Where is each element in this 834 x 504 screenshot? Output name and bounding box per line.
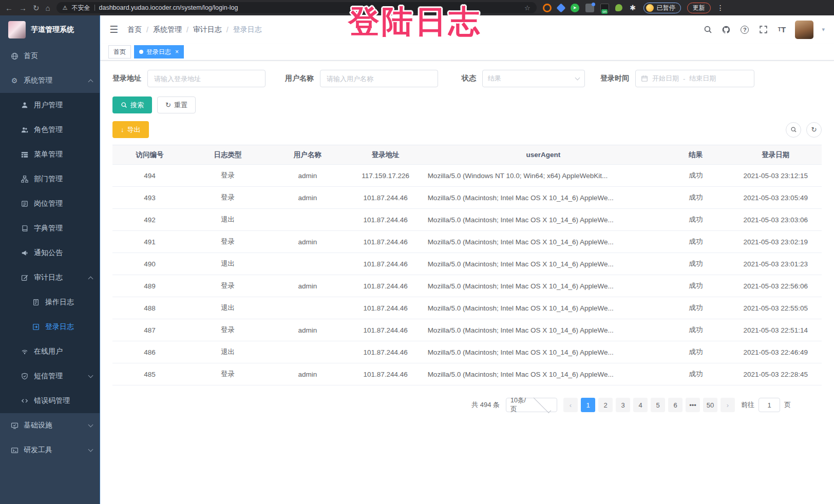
bookmark-star-icon[interactable]: ☆ — [524, 4, 530, 12]
sidebar-item-roles[interactable]: 角色管理 — [0, 118, 100, 142]
sidebar-item-dict[interactable]: 字典管理 — [0, 216, 100, 241]
sidebar-item-label: 研发工具 — [24, 445, 52, 455]
terminal-icon — [10, 447, 18, 454]
active-dot-icon — [139, 50, 143, 54]
refresh-table-button[interactable]: ↻ — [806, 122, 822, 138]
table-header-row: 访问编号 日志类型 用户名称 登录地址 userAgent 结果 登录日期 — [112, 145, 822, 165]
extension-sprout-icon[interactable] — [615, 4, 622, 11]
user-avatar[interactable] — [795, 21, 813, 39]
breadcrumb-separator: / — [146, 26, 148, 34]
column-header: 用户名称 — [269, 145, 347, 165]
extension-grid-icon[interactable] — [585, 4, 594, 12]
username-input[interactable] — [320, 70, 438, 87]
search-button[interactable]: 搜索 — [112, 96, 152, 113]
sidebar-item-home[interactable]: 首页 — [0, 44, 100, 68]
security-label[interactable]: 不安全 — [72, 4, 90, 12]
login-address-group: 登录地址 — [112, 70, 266, 87]
cell-result: 成功 — [662, 341, 729, 363]
extension-puzzle-icon[interactable]: ✱ — [629, 4, 637, 12]
extension-orange-ring-icon[interactable] — [543, 4, 552, 12]
login-address-input[interactable] — [147, 70, 266, 87]
form-buttons: 搜索 ↻ 重置 — [112, 96, 822, 113]
page-button[interactable]: 1 — [581, 398, 595, 412]
code-icon — [21, 397, 29, 404]
sidebar-item-audit-log[interactable]: 审计日志 — [0, 265, 100, 290]
sidebar-item-notices[interactable]: 通知公告 — [0, 241, 100, 265]
breadcrumb-item[interactable]: 审计日志 — [193, 25, 222, 34]
close-icon[interactable]: × — [175, 48, 179, 55]
sidebar-item-label: 字典管理 — [34, 224, 63, 233]
extension-green-circle-icon[interactable]: ➤ — [571, 4, 579, 12]
next-page-button[interactable]: › — [721, 398, 735, 412]
page-content: 登录地址 用户名称 状态 结果 登录时间 — [100, 61, 834, 504]
breadcrumb-item[interactable]: 首页 — [127, 25, 142, 34]
sidebar-item-infrastructure[interactable]: 基础设施 — [0, 413, 100, 438]
tag-label: 首页 — [113, 48, 126, 56]
sidebar-item-sms[interactable]: 短信管理 — [0, 364, 100, 389]
sidebar-item-users[interactable]: 用户管理 — [0, 93, 100, 118]
page-button[interactable]: 2 — [598, 398, 613, 412]
browser-back-icon[interactable]: ← — [5, 4, 13, 12]
sidebar-item-online-users[interactable]: 在线用户 — [0, 339, 100, 364]
font-size-icon[interactable]: TT — [776, 25, 787, 35]
prev-page-button[interactable]: ‹ — [563, 398, 578, 412]
status-select[interactable]: 结果 — [482, 70, 585, 87]
browser-menu-icon[interactable]: ⋮ — [717, 4, 724, 12]
page-button[interactable]: 3 — [616, 398, 630, 412]
extension-on-badge: on — [601, 9, 608, 14]
cell-user-agent: Mozilla/5.0 (Macintosh; Intel Mac OS X 1… — [425, 341, 662, 363]
avatar-caret-icon[interactable]: ▾ — [822, 26, 825, 33]
navbar-actions: ? TT ▾ — [703, 21, 825, 39]
page-button[interactable]: 5 — [651, 398, 665, 412]
sidebar-item-departments[interactable]: 部门管理 — [0, 167, 100, 191]
tree-table-icon — [21, 151, 29, 158]
sidebar-item-login-log[interactable]: 登录日志 — [0, 315, 100, 339]
extension-blue-gem-icon[interactable] — [556, 3, 565, 12]
reset-button[interactable]: ↻ 重置 — [157, 96, 196, 113]
help-icon[interactable]: ? — [740, 25, 750, 35]
page-size-select[interactable]: 10条/页 — [506, 398, 557, 412]
column-header: 登录日期 — [729, 145, 822, 165]
browser-reload-icon[interactable]: ↻ — [33, 4, 40, 12]
breadcrumb-item[interactable]: 系统管理 — [153, 25, 182, 34]
breadcrumb-separator: / — [226, 26, 229, 34]
browser-home-icon[interactable]: ⌂ — [46, 4, 50, 12]
extension-list-icon[interactable]: on — [600, 4, 609, 12]
sidebar-item-menus[interactable]: 菜单管理 — [0, 142, 100, 167]
toggle-search-button[interactable] — [786, 122, 801, 138]
browser-update-button[interactable]: 更新 — [687, 3, 711, 13]
tag-login-log[interactable]: 登录日志 × — [134, 45, 184, 59]
goto-page-input[interactable] — [759, 398, 780, 412]
export-button[interactable]: ↓ 导出 — [112, 121, 149, 138]
more-pages-button[interactable]: ••• — [686, 398, 700, 412]
fullscreen-icon[interactable] — [758, 25, 768, 35]
logo[interactable]: 芋道管理系统 — [0, 15, 100, 44]
total-count: 共 494 条 — [471, 400, 500, 410]
page-button[interactable]: 6 — [668, 398, 683, 412]
cell-date: 2021-05-03 23:02:19 — [729, 231, 822, 253]
sidebar-item-error-codes[interactable]: 错误码管理 — [0, 389, 100, 413]
profile-paused-chip[interactable]: 已暂停 — [643, 3, 681, 13]
search-icon[interactable] — [703, 25, 713, 35]
export-button-label: 导出 — [127, 125, 141, 134]
tag-home[interactable]: 首页 — [108, 45, 131, 59]
cell-user — [269, 209, 347, 231]
page-button[interactable]: 4 — [633, 398, 648, 412]
sidebar-item-dev-tools[interactable]: 研发工具 — [0, 438, 100, 462]
reset-button-label: 重置 — [174, 101, 187, 110]
sidebar-item-operation-log[interactable]: 操作日志 — [0, 290, 100, 315]
cell-user-agent: Mozilla/5.0 (Macintosh; Intel Mac OS X 1… — [425, 187, 662, 209]
sidebar-item-system[interactable]: ⚙ 系统管理 — [0, 68, 100, 93]
cell-user — [269, 253, 347, 275]
address-bar[interactable]: ⚠ 不安全 dashboard.yudao.iocoder.cn/system/… — [56, 2, 537, 13]
page-button[interactable]: 50 — [703, 398, 717, 412]
download-icon: ↓ — [121, 126, 124, 133]
browser-forward-icon[interactable]: → — [19, 4, 27, 12]
date-range-picker[interactable]: 开始日期 - 结束日期 — [635, 70, 754, 87]
table-row: 487 登录 admin 101.87.244.46 Mozilla/5.0 (… — [112, 319, 822, 341]
sidebar-item-posts[interactable]: 岗位管理 — [0, 191, 100, 216]
github-icon[interactable] — [721, 25, 731, 35]
url-text[interactable]: dashboard.yudao.iocoder.cn/system/log/lo… — [99, 4, 520, 11]
hamburger-icon[interactable]: ☰ — [109, 24, 118, 35]
cell-ip: 101.87.244.46 — [347, 319, 425, 341]
